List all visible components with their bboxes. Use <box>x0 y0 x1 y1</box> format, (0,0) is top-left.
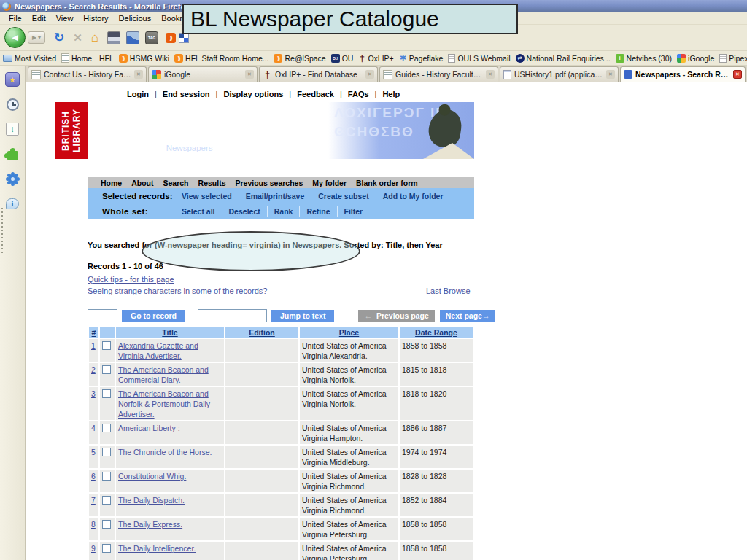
bookmark-item[interactable]: ✱ Pageflake <box>399 53 444 63</box>
header-link[interactable]: FAQs <box>345 90 380 98</box>
bookmark-item[interactable]: iGoogle <box>677 54 714 63</box>
extension-button-1[interactable] <box>107 31 120 44</box>
header-link[interactable]: Help <box>379 90 403 98</box>
record-title-link[interactable]: The Daily Intelligencer. <box>118 544 196 553</box>
record-number-link[interactable]: 3 <box>91 389 96 398</box>
menu-item[interactable]: View <box>53 13 77 23</box>
bookmark-item[interactable]: ⇄ National Rail Enquiries... <box>516 54 611 63</box>
record-number-input[interactable] <box>88 309 117 322</box>
previous-page-button[interactable]: ← Previous page <box>358 310 434 322</box>
record-title-link[interactable]: Alexandria Gazette and Virginia Advertis… <box>118 341 198 360</box>
col-header-edition[interactable]: Edition <box>225 327 298 338</box>
browser-tab[interactable]: Contact Us - History Faculty ... ✕ <box>28 66 147 82</box>
tab-close-icon[interactable]: ✕ <box>486 70 495 79</box>
jump-to-text-button[interactable]: Jump to text <box>271 310 334 322</box>
bookmark-item[interactable]: )) HFL Staff Room Home... <box>174 54 268 63</box>
record-checkbox[interactable] <box>102 472 111 481</box>
header-link[interactable]: Display options <box>220 90 294 98</box>
tab-close-icon[interactable]: ✕ <box>245 70 254 79</box>
col-header-title[interactable]: Title <box>116 327 224 338</box>
menu-item[interactable]: History <box>80 13 111 23</box>
browser-tab[interactable]: USHistory1.pdf (application/p... ✕ <box>500 66 619 82</box>
strange-characters-link[interactable]: Seeing strange characters in some of the… <box>88 287 267 295</box>
record-checkbox[interactable] <box>102 544 111 553</box>
action-link[interactable]: Add to My folder <box>376 190 450 202</box>
bookmark-item[interactable]: HFL <box>97 54 114 63</box>
feed-icon[interactable]: )) <box>166 33 176 43</box>
action-link[interactable]: Refine <box>299 206 336 217</box>
action-link[interactable]: Email/print/save <box>239 190 311 202</box>
sidebar-addons-icon[interactable] <box>4 146 20 162</box>
record-title-link[interactable]: The Daily Dispatch. <box>118 496 185 505</box>
header-link[interactable]: Feedback <box>294 90 345 98</box>
record-number-link[interactable]: 1 <box>91 341 96 350</box>
browser-tab[interactable]: Guides - History Faculty Library ✕ <box>379 66 498 82</box>
reload-button[interactable]: ↻ <box>54 30 64 45</box>
menu-item[interactable]: Delicious <box>116 13 155 23</box>
sidebar-bookmarks-icon[interactable]: ★ <box>4 71 20 88</box>
bookmark-item[interactable]: Pipex <box>719 54 747 63</box>
tab-close-icon[interactable]: ✕ <box>365 70 374 79</box>
record-number-link[interactable]: 2 <box>91 365 96 374</box>
record-checkbox[interactable] <box>102 341 111 350</box>
tab-close-icon[interactable]: ✕ <box>134 70 143 79</box>
bookmark-item[interactable]: Most Visited <box>3 54 56 63</box>
record-number-link[interactable]: 8 <box>91 520 96 529</box>
record-title-link[interactable]: The American Beacon and Commercial Diary… <box>118 365 209 384</box>
home-button[interactable]: ⌂ <box>91 31 98 45</box>
record-checkbox[interactable] <box>102 365 111 374</box>
record-checkbox[interactable] <box>102 496 111 505</box>
catalogue-nav-item[interactable]: My folder <box>312 179 347 187</box>
forward-button[interactable]: ▶▾ <box>28 31 45 44</box>
sidebar-history-icon[interactable] <box>4 96 20 112</box>
record-number-link[interactable]: 7 <box>91 496 96 505</box>
sidebar-info-icon[interactable]: i <box>4 195 20 211</box>
go-to-record-button[interactable]: Go to record <box>122 310 185 322</box>
record-title-link[interactable]: Constitutional Whig. <box>118 472 186 481</box>
record-checkbox[interactable] <box>102 520 111 529</box>
col-header-daterange[interactable]: Date Range <box>400 327 473 338</box>
action-link[interactable]: Select all <box>175 206 222 217</box>
record-title-link[interactable]: The Chronicle of the Horse. <box>118 448 212 456</box>
record-title-link[interactable]: American Liberty : <box>118 424 180 432</box>
bookmark-item[interactable]: † OxLIP+ <box>358 52 393 63</box>
sidebar-downloads-icon[interactable]: ↓ <box>4 121 20 137</box>
tab-close-icon[interactable]: ✕ <box>733 70 742 79</box>
bookmark-item[interactable]: )) Re@lSpace <box>274 54 325 63</box>
bookmark-item[interactable]: Home <box>61 53 92 63</box>
jump-text-input[interactable] <box>198 309 267 322</box>
tab-close-icon[interactable]: ✕ <box>606 70 615 79</box>
catalogue-nav-item[interactable]: Blank order form <box>356 179 418 187</box>
browser-tab[interactable]: † OxLIP+ - Find Database ✕ <box>259 66 378 82</box>
action-link[interactable]: Rank <box>267 206 300 217</box>
record-checkbox[interactable] <box>102 424 111 432</box>
menu-item[interactable]: File <box>6 13 25 23</box>
header-link[interactable]: Login <box>124 90 160 98</box>
catalogue-nav-item[interactable]: Previous searches <box>235 179 303 187</box>
browser-tab[interactable]: iGoogle ✕ <box>148 66 258 82</box>
record-checkbox[interactable] <box>102 448 111 456</box>
quick-tips-link[interactable]: Quick tips - for this page <box>88 275 174 284</box>
record-number-link[interactable]: 9 <box>91 544 96 553</box>
record-number-link[interactable]: 6 <box>91 472 96 481</box>
catalogue-nav-item[interactable]: Search <box>163 179 189 187</box>
record-title-link[interactable]: The Daily Express. <box>118 520 182 529</box>
action-link[interactable]: View selected <box>175 190 239 202</box>
action-link[interactable]: Create subset <box>311 190 375 202</box>
record-title-link[interactable]: The American Beacon and Norfolk & Portsm… <box>118 389 210 419</box>
sidebar-themes-icon[interactable] <box>4 171 20 187</box>
bookmark-item[interactable]: OU OU <box>331 54 354 63</box>
record-checkbox[interactable] <box>102 389 111 398</box>
next-page-button[interactable]: Next page → <box>440 310 496 322</box>
back-button[interactable]: ◀ <box>4 27 26 48</box>
header-link[interactable]: End session <box>160 90 221 98</box>
catalogue-nav-item[interactable]: Home <box>101 179 122 187</box>
action-link[interactable]: Filter <box>337 206 370 217</box>
browser-tab[interactable]: Newspapers - Search Re... ✕ <box>620 66 746 82</box>
bookmark-item[interactable]: OULS Webmail <box>448 54 510 63</box>
bookmark-item[interactable]: )) HSMG Wiki <box>119 54 169 63</box>
last-browse-link[interactable]: Last Browse <box>426 287 471 295</box>
menu-item[interactable]: Edit <box>29 13 49 23</box>
bookmark-item[interactable]: + Netvibes (30) <box>616 54 672 63</box>
record-number-link[interactable]: 5 <box>91 448 96 456</box>
